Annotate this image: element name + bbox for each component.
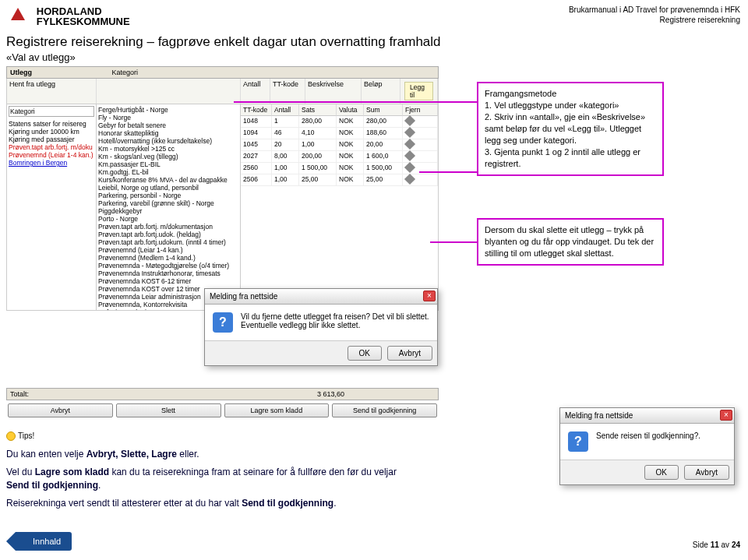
dropdown-option[interactable]: Prøvenemnda Instruktørhonorar, timesats [98,269,238,277]
avbryt-button[interactable]: Avbryt [684,465,729,480]
dropdown-option[interactable]: Ferge/Hurtigbåt - Norge [98,106,238,114]
confirm-dialog-delete: Melding fra nettside × ? Vil du fjerne d… [204,288,438,366]
dropdown-option[interactable]: Honorar skattepliktig [98,129,238,137]
dropdown-option[interactable]: Hotell/overnatting (ikke kursdeltakelse) [98,137,238,145]
tips-heading: Tips! [6,431,34,441]
dialog-title: Melding fra nettside × [560,408,734,424]
table-row: 1045201,00NOK20,00 [241,139,438,151]
list-item[interactable]: Statens satser for reisereg [9,120,94,128]
table-row: 1094464,10NOK188,60 [241,128,438,139]
table-row: 25601,001 500,00NOK1 500,00 [241,163,438,174]
dialog-title: Melding fra nettside × [205,289,437,305]
app-screenshot: Utlegg Kategori Hent fra utlegg Antall T… [6,66,439,311]
dropdown-option[interactable]: Km - skogs/anl.veg (tillegg) [98,153,238,160]
edit-icon[interactable] [404,115,415,126]
dropdown-option[interactable]: Kurs/konferanse 8% MVA - del av dagpakke [98,176,238,184]
avbryt-button[interactable]: Avbryt [8,403,113,417]
edit-icon[interactable] [404,174,415,185]
send-til-godkjenning-button[interactable]: Send til godkjenning [332,403,437,417]
dropdown-option[interactable]: Piggdekkgebyr [98,207,238,215]
logo-mark-icon [6,5,30,30]
dropdown-option[interactable]: Parkering, varebil (grønne skilt) - Norg… [98,199,238,207]
avbryt-button[interactable]: Avbryt [387,346,432,361]
tips-text: Du kan enten velje Avbryt, Slette, Lagre… [6,448,536,510]
instruction-box-1: Framgangsmetode 1. Vel utleggstype under… [477,82,664,176]
instruction-box-2: Dersom du skal slette eit utlegg – trykk… [477,218,664,266]
left-category-list: Kategori Statens satser for reiseregKjør… [7,104,97,310]
smiley-icon [6,431,16,441]
kategori-input[interactable]: Kategori [9,106,94,117]
edit-icon[interactable] [404,150,415,161]
utlegg-header: Utlegg Kategori [6,66,439,79]
action-buttons: AvbrytSlettLagre som kladdSend til godkj… [6,403,439,417]
table-row: 10481280,00NOK280,00 [241,116,438,128]
close-icon[interactable]: × [423,291,436,301]
arrow-icon [430,241,477,243]
utlegg-table: TT-kode Antall Sats Valuta Sum Fjern 104… [241,104,438,310]
arrow-icon [419,171,477,173]
dropdown-option[interactable]: Porto - Norge [98,215,238,223]
dropdown-option[interactable]: Fly - Norge [98,114,238,122]
page-subtitle: «Val av utlegg» [6,51,76,63]
legg-til-button[interactable]: Legg til [404,82,433,100]
lagre-som-kladd-button[interactable]: Lagre som kladd [224,403,330,417]
dropdown-option[interactable]: Km.godtgj. EL-bil [98,168,238,176]
question-icon: ? [213,312,233,333]
page-number: Side 11 av 24 [693,541,740,549]
logo-text: HORDALANDFYLKESKOMMUNE [37,6,130,26]
list-item[interactable]: Prøven.tapt arb.fortj. m/doku [9,143,94,151]
page-title: Registrere reiserekning – fagprøve enkel… [6,34,441,50]
question-icon: ? [568,431,588,452]
hent-fra-utlegg-button[interactable]: Hent fra utlegg [7,79,97,104]
edit-icon[interactable] [404,139,415,150]
list-item[interactable]: Bomringen i Bergen [9,159,94,167]
dropdown-option[interactable]: Leiebil, Norge og utland, personbil [98,184,238,192]
confirm-dialog-send: Melding fra nettside × ? Sende reisen ti… [559,407,735,485]
edit-icon[interactable] [404,162,415,173]
dropdown-option[interactable]: Prøvenemnd (Leiar 1-4 kan.) [98,246,238,254]
dropdown-option[interactable]: Prøven.tapt arb.fortj. m/dokumentasjon [98,223,238,231]
dropdown-option[interactable]: Gebyr for betalt senere [98,122,238,129]
ok-button[interactable]: OK [644,465,679,480]
list-item[interactable]: Kjøring under 10000 km [9,128,94,136]
list-item[interactable]: Prøvenemnd (Leiar 1-4 kan.) [9,151,94,159]
dropdown-option[interactable]: Km.passasjer EL-BIL [98,160,238,168]
dropdown-option[interactable]: Prøvenemnd (Medlem 1-4 kand.) [98,254,238,262]
dropdown-option[interactable]: Km - motorsykkel >125 cc [98,145,238,153]
innhald-button[interactable]: Innhald [16,532,72,551]
dropdown-option[interactable]: Prøven.tapt arb.fortj.udokum. (inntil 4 … [98,238,238,246]
table-row: 20278,00200,00NOK1 600,0 [241,151,438,163]
table-row: 25061,0025,00NOK25,00 [241,174,438,186]
ok-button[interactable]: OK [348,346,382,361]
edit-icon[interactable] [404,127,415,138]
dropdown-option[interactable]: Prøven.tapt arb.fortj.udok. (heldag) [98,231,238,238]
logo: HORDALANDFYLKESKOMMUNE [6,5,130,30]
kategori-dropdown[interactable]: Ferge/Hurtigbåt - NorgeFly - NorgeGebyr … [97,104,241,310]
arrow-icon [234,101,477,103]
list-item[interactable]: Kjøring med passasjer [9,136,94,143]
dropdown-option[interactable]: Parkering, personbil - Norge [98,192,238,199]
header-right: Brukarmanual i AD Travel for prøvenemnda… [569,5,740,25]
total-bar: Totalt: 3 613,60 [6,388,439,400]
dropdown-option[interactable]: Prøvenemnda KOST 6-12 timer [98,277,238,285]
slett-button[interactable]: Slett [116,403,221,417]
close-icon[interactable]: × [720,410,732,421]
dropdown-option[interactable]: Prøvenemnda - Møtegodtgjørelse (o/4 time… [98,262,238,269]
